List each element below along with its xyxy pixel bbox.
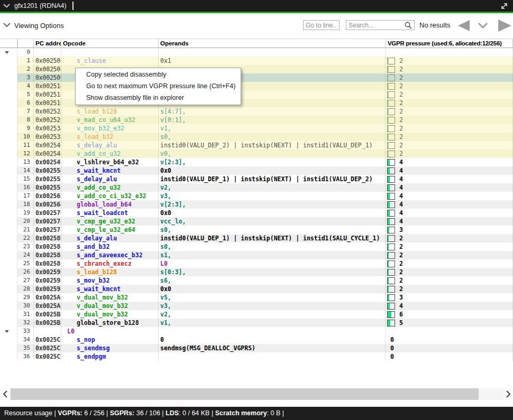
expander-cell [0,285,17,293]
pc-address: 0x002550 [34,166,61,175]
pc-address: 0x00252C [34,116,61,124]
operands-cell: 0x0 [159,166,386,175]
disasm-row[interactable]: 300x0025A8v_dual_mov_b32v3, s1 :: v_dual… [0,302,513,310]
opcode-text: v_add_co_u32 [77,150,158,158]
operand-token: v1, [160,124,385,133]
vgpr-pressure-value: 2 [399,234,403,242]
operands-cell: v0, null, s2, v0 [159,150,386,158]
collapse-triangle-icon[interactable] [5,51,9,54]
disasm-row[interactable]: 0 [0,48,513,57]
disasm-row[interactable]: 290x0025A0v_dual_mov_b32v5, s3 :: v_dual… [0,293,513,302]
context-menu-item-show-in-explorer[interactable]: Show disassembly file in explorer [76,92,241,104]
expand-diagonal-icon[interactable] [499,2,509,11]
opcode-cell: v_add_co_u32 [61,183,159,192]
disasm-row[interactable]: 33L0 [0,327,513,335]
disasm-row[interactable]: 350x0025C8s_sendmsgsendmsg(MSG_DEALLOC_V… [0,344,513,352]
disasm-row[interactable]: 200x002574v_cmp_ge_u32_e32vcc_lo, s0, v2… [0,217,513,226]
disasm-row[interactable]: 10x002500s_clause0x12 [0,57,513,65]
disasm-row[interactable]: 160x002558v_add_co_u32v2, vcc_lo, s6, v2… [0,183,513,192]
disasm-row[interactable]: 100x002538s_load_b32s0, s[0:1], 0x102 [0,133,513,141]
disasm-row[interactable]: 320x0025B8global_store_b128v1, v[2:5], s… [0,319,513,327]
disasm-row[interactable]: 360x0025CCs_endpgm0 [0,352,513,361]
vgpr-pressure-cell: 2 [386,251,513,259]
vgpr-pressure-cell: 2 [386,65,513,73]
operands-cell: v2, v0 :: v_dual_mov_b32 v5, s6 [159,310,386,319]
tab-chevron-down-icon[interactable] [3,4,10,8]
disasm-row[interactable]: 260x002590s_load_b128s[0:3], s[4:5], 0x0… [0,268,513,276]
disasm-row[interactable]: 170x002560v_add_co_ci_u32_e32v3, vcc_lo,… [0,192,513,200]
disasm-row[interactable]: 270x002598s_mov_b32s6, 12 [0,276,513,285]
vgpr-pressure-fill [388,176,390,182]
vgpr-pressure-cell: 2 [386,82,513,90]
disasm-row[interactable]: 70x002524s_load_b128s[4:7], s[0:1], 0x02 [0,107,513,116]
disasm-row[interactable]: 340x0025C4s_nop00 [0,335,513,344]
line-number: 2 [17,65,34,73]
viewing-options-label[interactable]: Viewing Options [14,22,64,30]
next-result-button[interactable] [498,20,511,32]
disasm-row[interactable]: 180x002564global_load_b64v[2:3], v[2:3],… [0,200,513,209]
tab-title[interactable]: gfx1201 (RDNA4) [14,2,67,11]
disasm-row[interactable]: 280x00259Cs_wait_kmcnt0x02 [0,285,513,293]
pc-address: 0x002584 [34,242,61,251]
operand-token: v2, [160,310,385,319]
vgpr-pressure-value: 4 [399,217,403,226]
disasm-row[interactable]: 120x002544v_add_co_u32v0, null, s2, v02 [0,150,513,158]
scroll-left-button[interactable] [0,388,10,400]
opcode-cell: s_wait_kmcnt [61,166,159,175]
goto-line-input[interactable] [303,20,340,30]
disasm-row[interactable]: 310x0025B0v_dual_mov_b32v2, v0 :: v_dual… [0,310,513,319]
disasm-row[interactable]: 80x00252Cv_mad_co_u64_u32v[0:1], null, t… [0,116,513,124]
operand-token: s0, [160,242,385,251]
disasm-row[interactable]: 150x002554s_delay_aluinstid0(VALU_DEP_1)… [0,175,513,183]
vgpr-pressure-fill [388,320,390,326]
vgpr-pressure-fill [388,109,389,115]
expander-cell [0,150,17,158]
disasm-row[interactable]: 240x002588s_and_saveexec_b32s1, s02 [0,251,513,259]
line-number: 3 [17,73,34,82]
disasm-row[interactable]: 210x002578v_cmp_le_u32_e64s0, s0, v33 [0,226,513,234]
expander-cell [0,57,17,65]
disasm-row[interactable]: 110x002540s_delay_aluinstid0(VALU_DEP_2)… [0,141,513,150]
disasm-row[interactable]: 140x002550s_wait_kmcnt0x04 [0,166,513,175]
operand-token: sendmsg(MSG_DEALLOC_VGPRS) [160,344,385,352]
disasm-row[interactable]: 130x00254Cv_lshlrev_b64_e32v[2:3], 3, v[… [0,158,513,166]
scroll-right-button[interactable] [503,388,513,400]
search-nav-chevron-down-icon[interactable] [478,22,488,29]
viewing-options-chevron-icon[interactable] [3,23,11,27]
col-header-vgpr-pressure: VGPR pressure (used:6, allocated:12/256) [386,39,513,48]
opcode-cell: s_delay_alu [61,141,159,150]
context-menu-item-goto-max-vgpr[interactable]: Go to next maximum VGPR pressure line (C… [76,81,241,92]
opcode-cell: s_delay_alu [61,175,159,183]
status-bar: Resource usage | VGPRs: 6 / 256 | SGPRs:… [0,407,513,420]
disasm-row[interactable]: 250x00258Cs_cbranch_execzL02 [0,259,513,268]
disasm-row[interactable]: 230x002584s_and_b32s0, vcc_lo, s02 [0,242,513,251]
opcode-text: v_add_co_u32 [77,183,158,192]
disasm-row[interactable]: 220x002580s_delay_aluinstid0(VALU_DEP_1)… [0,234,513,242]
scroll-thumb[interactable] [11,388,479,400]
disasm-row[interactable]: 90x002534v_mov_b32_e32v1, 02 [0,124,513,133]
operand-token: instid0(VALU_DEP_1) | instskip(NEXT) | i… [160,234,385,242]
operand-token: v3, [160,302,385,310]
vgpr-pressure-value: 2 [399,116,403,124]
collapse-triangle-icon[interactable] [5,330,9,333]
line-number: 23 [17,242,34,251]
pc-address: 0x0025C8 [34,344,61,352]
opcode-cell: v_add_co_ci_u32_e32 [61,192,159,200]
opcode-cell: s_delay_alu [61,234,159,242]
expander-cell [0,268,17,276]
pc-address: 0x00250C [34,73,61,82]
scroll-left-chevron-icon [3,390,7,398]
pc-address: 0x002524 [34,107,61,116]
opcode-cell: s_endpgm [61,352,159,361]
operand-token: 0x1 [160,57,385,65]
disasm-row[interactable]: 190x002570s_wait_loadcnt0x04 [0,209,513,217]
vgpr-pressure-bar [387,244,395,250]
context-menu-item-copy[interactable]: Copy selected disassembly [76,69,241,80]
operands-cell: 0x0 [159,285,386,293]
previous-result-button[interactable] [458,20,470,31]
h-scrollbar[interactable] [0,388,513,400]
line-number: 12 [17,150,34,158]
pc-address: 0x0025B8 [34,319,61,327]
opcode-text: v_add_co_ci_u32_e32 [77,192,158,200]
operands-cell: s0, s0, v3 [159,226,386,234]
